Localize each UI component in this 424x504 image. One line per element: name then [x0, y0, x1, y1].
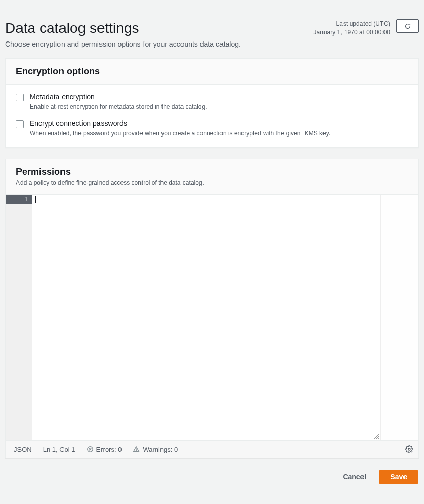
metadata-encryption-desc: Enable at-rest encryption for metadata s…: [30, 103, 207, 110]
encryption-panel-title: Encryption options: [16, 66, 408, 77]
permissions-panel-desc: Add a policy to define fine-grained acce…: [16, 179, 408, 186]
status-warnings-text: Warnings: 0: [143, 446, 178, 453]
svg-point-7: [136, 451, 137, 451]
save-button[interactable]: Save: [379, 470, 418, 484]
policy-editor: 1 JSON Ln 1, Col 1: [6, 194, 418, 458]
last-updated-block: Last updated (UTC) January 1, 1970 at 00…: [314, 19, 390, 37]
metadata-encryption-checkbox[interactable]: [16, 94, 24, 101]
kms-key-link[interactable]: KMS key.: [305, 130, 330, 137]
metadata-encryption-title: Metadata encryption: [30, 93, 207, 101]
metadata-encryption-option: Metadata encryption Enable at-rest encry…: [16, 93, 408, 110]
status-language: JSON: [14, 446, 32, 453]
encrypt-passwords-desc-text: When enabled, the password you provide w…: [30, 130, 300, 137]
cancel-button[interactable]: Cancel: [337, 470, 371, 484]
encrypt-passwords-checkbox[interactable]: [16, 120, 24, 128]
editor-minimap[interactable]: [380, 195, 418, 440]
encrypt-passwords-option: Encrypt connection passwords When enable…: [16, 119, 408, 137]
resize-handle-icon[interactable]: [372, 432, 379, 439]
permissions-panel: Permissions Add a policy to define fine-…: [5, 159, 419, 458]
footer-actions: Cancel Save: [5, 470, 419, 484]
error-icon: [87, 446, 94, 453]
editor-status-bar: JSON Ln 1, Col 1 Errors: 0: [6, 440, 418, 458]
encrypt-passwords-desc: When enabled, the password you provide w…: [30, 130, 330, 137]
last-updated-label: Last updated (UTC): [314, 19, 390, 28]
editor-line-number: 1: [6, 195, 32, 204]
status-errors-text: Errors: 0: [96, 446, 122, 453]
status-errors: Errors: 0: [87, 446, 122, 453]
last-updated-value: January 1, 1970 at 00:00:00: [314, 28, 390, 37]
status-position: Ln 1, Col 1: [43, 446, 75, 453]
svg-point-8: [408, 448, 410, 450]
encrypt-passwords-title: Encrypt connection passwords: [30, 119, 330, 128]
page-subtitle: Choose encryption and permission options…: [5, 40, 241, 48]
permissions-panel-title: Permissions: [16, 166, 408, 177]
encryption-panel: Encryption options Metadata encryption E…: [5, 58, 419, 148]
svg-line-2: [378, 438, 379, 439]
status-warnings: Warnings: 0: [133, 446, 178, 453]
svg-line-0: [374, 434, 379, 439]
refresh-button[interactable]: [396, 19, 419, 33]
refresh-icon: [404, 23, 411, 30]
editor-settings-button[interactable]: [399, 440, 418, 458]
warning-icon: [133, 446, 140, 453]
editor-textarea[interactable]: [32, 195, 380, 440]
editor-gutter: 1: [6, 195, 32, 440]
editor-cursor: [35, 196, 36, 203]
page-title: Data catalog settings: [5, 19, 241, 37]
gear-icon: [405, 445, 413, 453]
page-header: Data catalog settings Choose encryption …: [5, 19, 419, 48]
